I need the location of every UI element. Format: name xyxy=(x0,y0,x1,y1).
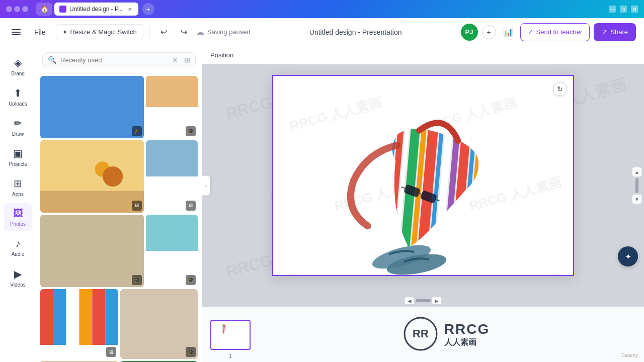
rotate-icon: ↻ xyxy=(557,85,563,93)
sidebar-item-photos[interactable]: 🖼 Photos xyxy=(4,203,32,231)
close-button[interactable]: ✕ xyxy=(631,6,638,13)
photo-badge-4: 🖥 xyxy=(186,201,196,211)
videos-icon: ▶ xyxy=(14,268,22,280)
photo-thumb-6[interactable]: 🎓 xyxy=(146,215,198,287)
home-tab[interactable]: 🏠 xyxy=(36,3,52,16)
logo-main-text: RRCG xyxy=(444,321,490,337)
photo-row-3: 🎓 🎓 xyxy=(40,215,198,287)
uploads-icon: ⬆ xyxy=(14,87,22,99)
dot-3[interactable] xyxy=(22,6,28,12)
svg-rect-3 xyxy=(372,111,389,262)
sidebar-item-audio[interactable]: ♪ Audio xyxy=(4,233,32,261)
send-check-icon: ✓ xyxy=(528,28,533,36)
magic-switch-button[interactable]: ✦ Resize & Magic Switch xyxy=(56,24,143,40)
sidebar-item-videos[interactable]: ▶ Videos xyxy=(4,263,32,292)
photo-row-1: 🎓 🎓 xyxy=(40,76,198,138)
photo-row-4: 🖥 🎓 xyxy=(40,289,198,359)
sidebar-item-apps[interactable]: ⊞ Apps xyxy=(4,173,32,201)
dot-2[interactable] xyxy=(14,6,20,12)
logo-text-block: RRCG 人人素画 xyxy=(444,321,490,348)
svg-rect-14 xyxy=(460,119,477,269)
ai-assistant-button[interactable]: ✦ xyxy=(618,246,638,266)
undo-button[interactable]: ↩ xyxy=(156,24,172,40)
scroll-up-button[interactable]: ▲ xyxy=(632,167,642,177)
search-box: 🔍 ✕ ⊞ xyxy=(42,52,196,67)
redo-button[interactable]: ↪ xyxy=(176,24,192,40)
scroll-bottom-controls: ◀ ▶ xyxy=(405,297,442,305)
window-controls xyxy=(6,6,28,12)
dot-1[interactable] xyxy=(6,6,12,12)
saving-status: ☁ Saving paused xyxy=(196,27,251,37)
menu-button[interactable] xyxy=(8,24,24,40)
scroll-right-button[interactable]: ▶ xyxy=(432,297,442,305)
scroll-down-button[interactable]: ▼ xyxy=(632,194,642,204)
photo-badge-5: 🎓 xyxy=(132,275,142,285)
photos-panel: 🔍 ✕ ⊞ 🎓 🎓 xyxy=(36,46,202,362)
projects-label: Projects xyxy=(9,161,27,167)
magic-icon: ✦ xyxy=(62,29,67,36)
photo-thumb-1[interactable]: 🎓 xyxy=(40,76,144,138)
photo-thumb-4[interactable]: 🖥 xyxy=(146,140,198,213)
file-menu-button[interactable]: File xyxy=(28,24,52,40)
add-collaborator-button[interactable]: + xyxy=(482,25,496,39)
photo-thumb-7[interactable]: 🖥 xyxy=(40,289,118,359)
apps-label: Apps xyxy=(12,192,24,197)
send-teacher-label: Send to teacher xyxy=(536,28,583,36)
share-icon: ↗ xyxy=(602,28,607,36)
filmstrip-logo: RR RRCG 人人素画 xyxy=(257,316,636,353)
scroll-left-button[interactable]: ◀ xyxy=(405,297,415,305)
home-icon: 🏠 xyxy=(40,5,49,13)
search-input[interactable] xyxy=(60,56,168,64)
search-icon: 🔍 xyxy=(48,56,56,64)
cloud-icon: ☁ xyxy=(196,27,204,37)
filter-button[interactable]: ⊞ xyxy=(184,56,190,64)
svg-rect-15 xyxy=(466,119,489,270)
close-tab-button[interactable]: ✕ xyxy=(126,6,133,13)
tab-label: Untitled design - P... xyxy=(69,6,123,13)
photo-canvas-5 xyxy=(40,215,144,287)
new-tab-button[interactable]: + xyxy=(142,3,154,15)
photo-row-2: 🖥 🖥 xyxy=(40,140,198,213)
clear-search-button[interactable]: ✕ xyxy=(172,56,178,64)
sidebar-item-uploads[interactable]: ⬆ Uploads xyxy=(4,82,32,111)
scroll-right-controls: ▲ ▼ xyxy=(632,167,642,204)
minimize-button[interactable]: — xyxy=(609,6,616,13)
photos-grid: 🎓 🎓 🖥 xyxy=(36,74,202,362)
main-toolbar: File ✦ Resize & Magic Switch ↩ ↪ ☁ Savin… xyxy=(0,18,644,46)
projects-icon: ▣ xyxy=(13,147,23,159)
avatar[interactable]: PJ xyxy=(461,24,478,41)
slide-number-1: 1 xyxy=(210,353,251,359)
logo-sub-text: 人人素画 xyxy=(444,337,490,348)
magic-label: Resize & Magic Switch xyxy=(70,28,137,36)
photo-thumb-2[interactable]: 🎓 xyxy=(146,76,198,138)
sidebar-item-projects[interactable]: ▣ Projects xyxy=(4,143,32,171)
audio-label: Audio xyxy=(12,251,25,257)
position-bar: Position xyxy=(202,46,644,64)
photo-thumb-5[interactable]: 🎓 xyxy=(40,215,144,287)
maximize-button[interactable]: □ xyxy=(620,6,627,13)
rotate-handle[interactable]: ↻ xyxy=(553,82,567,96)
scroll-track xyxy=(635,178,638,193)
scroll-h-track xyxy=(416,299,431,302)
draw-icon: ✏ xyxy=(14,117,22,129)
panel-search-area: 🔍 ✕ ⊞ xyxy=(36,46,202,74)
photos-icon: 🖼 xyxy=(13,208,23,219)
photo-badge-6: 🎓 xyxy=(186,275,196,285)
canvas-slide[interactable]: RRCG 人人素画 RRCG 人人素画 RRCG 人人素画 RRCG 人人素画 xyxy=(272,75,574,276)
photo-thumb-3[interactable]: 🖥 xyxy=(40,140,144,213)
analytics-button[interactable]: 📊 xyxy=(500,24,516,40)
active-tab[interactable]: Untitled design - P... ✕ xyxy=(54,3,138,16)
slide-thumb-1[interactable] xyxy=(210,320,251,350)
brand-icon: ◈ xyxy=(14,57,22,69)
share-button[interactable]: ↗ Share xyxy=(594,23,636,41)
sidebar-item-draw[interactable]: ✏ Draw xyxy=(4,113,32,141)
hamburger-icon xyxy=(12,29,21,35)
collapse-panel-button[interactable]: ‹ xyxy=(202,175,210,196)
svg-rect-16 xyxy=(477,120,498,271)
sidebar-item-brand[interactable]: ◈ Brand xyxy=(4,52,32,80)
saving-label: Saving paused xyxy=(207,28,251,36)
canvas-scroll-area[interactable]: RRCG 人人素画 RRCG 人人素画 RRCG 人人素画 RRCG 人人素画 … xyxy=(202,64,644,307)
photo-thumb-8[interactable]: 🎓 xyxy=(120,289,198,359)
send-to-teacher-button[interactable]: ✓ Send to teacher xyxy=(520,23,590,41)
app-body: ◈ Brand ⬆ Uploads ✏ Draw ▣ Projects ⊞ Ap… xyxy=(0,46,644,362)
